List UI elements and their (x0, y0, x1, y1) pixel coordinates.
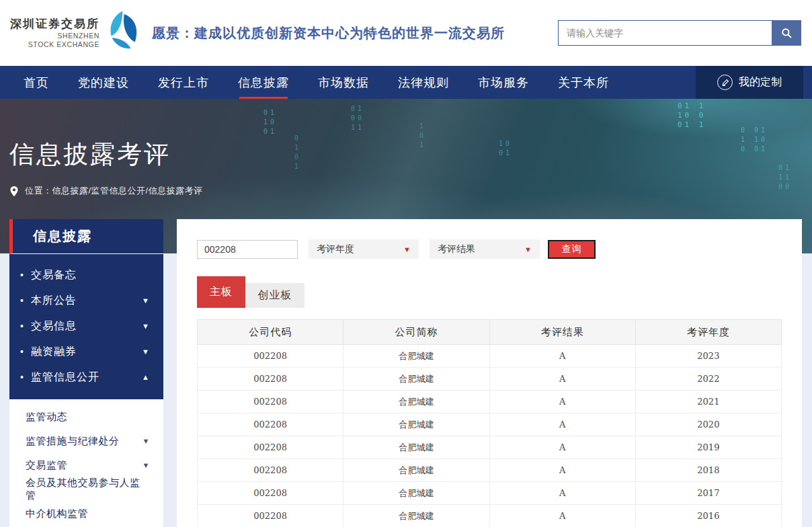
logo-chinese-name: 深圳证券交易所 (10, 17, 99, 31)
table-cell: A (489, 482, 635, 505)
my-customization-button[interactable]: 我的定制 (696, 66, 803, 99)
nav-item-disclosure[interactable]: 信息披露 (238, 66, 289, 99)
chevron-up-icon: ▲ (142, 374, 150, 381)
nav-item-market-services[interactable]: 市场服务 (478, 66, 529, 99)
sidebar: 信息披露 • 交易备忘 • 本所公告 ▼ • 交易信息 ▼ • 融资融券 ▼ (9, 219, 163, 527)
submenu-item-label: 交易监管 (26, 459, 67, 472)
submenu-item-member-supervision[interactable]: 会员及其他交易参与人监管 (9, 477, 163, 501)
submenu-item-intermediary-supervision[interactable]: 中介机构监管 (9, 501, 163, 526)
sidebar-item-label: 本所公告 (31, 294, 77, 308)
table-cell: A (489, 459, 635, 482)
table-cell: 合肥城建 (343, 391, 489, 413)
customize-pencil-icon (717, 75, 733, 90)
tab-main-board[interactable]: 主板 (197, 276, 245, 308)
sidebar-menu: • 交易备忘 • 本所公告 ▼ • 交易信息 ▼ • 融资融券 ▼ • 监管信 (9, 254, 163, 399)
evaluation-result-select[interactable]: 考评结果 ▼ (430, 239, 540, 259)
tab-chinext[interactable]: 创业板 (245, 283, 304, 308)
table-cell: 合肥城建 (343, 436, 489, 459)
evaluation-year-select-label: 考评年度 (317, 243, 354, 255)
vision-slogan: 愿景：建成以优质创新资本中心为特色的世界一流交易所 (152, 24, 505, 42)
submenu-item-regulatory-updates[interactable]: 监管动态 (9, 405, 163, 429)
table-header-cell: 考评年度 (635, 320, 781, 345)
table-cell: 2020 (635, 413, 781, 436)
table-cell: A (489, 413, 635, 436)
table-cell: 2017 (635, 482, 781, 505)
breadcrumb: 位置：信息披露/监管信息公开/信息披露考评 (9, 185, 812, 197)
nav-item-market-data[interactable]: 市场数据 (318, 66, 369, 99)
main-nav: 首页 党的建设 发行上市 信息披露 市场数据 法律规则 市场服务 关于本所 我的… (0, 66, 812, 99)
bullet-icon: • (20, 346, 24, 357)
submenu-item-label: 监管措施与纪律处分 (26, 435, 120, 448)
table-cell: 合肥城建 (343, 459, 489, 482)
nav-item-party-building[interactable]: 党的建设 (78, 66, 129, 99)
site-search (558, 20, 801, 46)
bullet-icon: • (20, 295, 24, 306)
bullet-icon: • (20, 270, 24, 280)
table-cell: A (489, 436, 635, 459)
table-header-cell: 考评结果 (489, 320, 635, 345)
search-input[interactable] (558, 20, 772, 46)
nav-item-rules[interactable]: 法律规则 (398, 66, 449, 99)
table-cell: 合肥城建 (343, 482, 489, 505)
table-cell: 002208 (198, 345, 343, 368)
logo[interactable]: 深圳证券交易所 SHENZHEN STOCK EXCHANGE (10, 11, 149, 55)
table-cell: 002208 (198, 505, 343, 527)
sidebar-item-regulatory-disclosure[interactable]: • 监管信息公开 ▲ (9, 364, 163, 390)
chevron-down-icon: ▼ (142, 297, 150, 305)
page-title: 信息披露考评 (9, 99, 812, 171)
table-cell: A (489, 505, 635, 527)
table-cell: 合肥城建 (343, 345, 489, 368)
chevron-down-icon: ▼ (143, 438, 150, 445)
evaluation-results-table: 公司代码公司简称考评结果考评年度 002208合肥城建A2023002208合肥… (197, 319, 782, 527)
evaluation-year-select[interactable]: 考评年度 ▼ (309, 239, 419, 259)
chevron-down-icon: ▼ (142, 348, 150, 356)
query-button[interactable]: 查询 (548, 240, 596, 259)
submenu-item-label: 中介机构监管 (26, 508, 88, 520)
table-cell: 2022 (635, 368, 781, 391)
table-cell: 002208 (198, 391, 343, 413)
submenu-item-label: 会员及其他交易参与人监管 (26, 477, 150, 502)
company-code-input[interactable] (197, 240, 298, 259)
dropdown-caret-icon: ▼ (403, 245, 411, 253)
chevron-down-icon: ▼ (142, 323, 150, 330)
table-row: 002208合肥城建A2022 (198, 368, 782, 391)
sidebar-item-label: 交易信息 (31, 319, 77, 333)
main-panel: 考评年度 ▼ 考评结果 ▼ 查询 主板 创业板 公司代码公司简称考评结果考评年度… (177, 219, 802, 527)
szse-logo-icon (105, 11, 143, 55)
table-cell: 合肥城建 (343, 413, 489, 436)
table-cell: 2018 (635, 459, 781, 482)
bullet-icon: • (20, 321, 24, 331)
content-area: 信息披露 • 交易备忘 • 本所公告 ▼ • 交易信息 ▼ • 融资融券 ▼ (0, 219, 812, 527)
sidebar-item-trading-info[interactable]: • 交易信息 ▼ (9, 313, 163, 339)
table-header-cell: 公司简称 (343, 320, 489, 345)
table-cell: 2016 (635, 505, 781, 527)
search-button[interactable] (772, 20, 801, 46)
sidebar-submenu: 监管动态 监管措施与纪律处分 ▼ 交易监管 ▼ 会员及其他交易参与人监管 中介机… (9, 399, 163, 527)
nav-item-listing[interactable]: 发行上市 (158, 66, 209, 99)
sidebar-item-trading-memo[interactable]: • 交易备忘 (9, 262, 163, 288)
table-cell: 002208 (198, 413, 343, 436)
table-cell: A (489, 391, 635, 413)
sidebar-item-margin-trading[interactable]: • 融资融券 ▼ (9, 339, 163, 364)
my-customization-label: 我的定制 (739, 75, 782, 89)
table-row: 002208合肥城建A2016 (198, 505, 782, 527)
table-cell: A (489, 345, 635, 368)
dropdown-caret-icon: ▼ (524, 245, 532, 253)
logo-text: 深圳证券交易所 SHENZHEN STOCK EXCHANGE (10, 17, 99, 49)
table-row: 002208合肥城建A2023 (198, 345, 782, 368)
table-cell: A (489, 368, 635, 391)
nav-item-home[interactable]: 首页 (24, 66, 49, 99)
table-cell: 002208 (198, 368, 343, 391)
sidebar-item-label: 交易备忘 (31, 268, 77, 282)
breadcrumb-text: 位置：信息披露/监管信息公开/信息披露考评 (25, 185, 203, 197)
table-cell: 002208 (198, 459, 343, 482)
submenu-item-trading-supervision[interactable]: 交易监管 ▼ (9, 453, 163, 477)
table-row: 002208合肥城建A2020 (198, 413, 782, 436)
table-cell: 合肥城建 (343, 368, 489, 391)
location-pin-icon (9, 186, 19, 197)
submenu-item-label: 监管动态 (26, 411, 67, 423)
nav-item-about[interactable]: 关于本所 (558, 66, 609, 99)
search-icon (780, 27, 793, 39)
submenu-item-measures-discipline[interactable]: 监管措施与纪律处分 ▼ (9, 429, 163, 453)
sidebar-item-exchange-announcements[interactable]: • 本所公告 ▼ (9, 288, 163, 313)
